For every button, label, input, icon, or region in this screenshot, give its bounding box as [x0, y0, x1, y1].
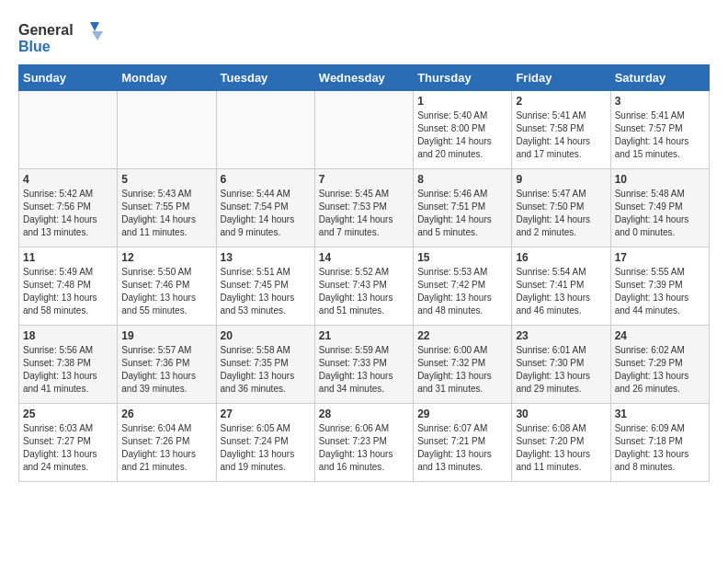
column-header-wednesday: Wednesday [314, 65, 413, 91]
calendar-cell: 18Sunrise: 5:56 AMSunset: 7:38 PMDayligh… [19, 326, 118, 404]
calendar-cell: 1Sunrise: 5:40 AMSunset: 8:00 PMDaylight… [414, 91, 512, 169]
day-number: 20 [221, 329, 311, 342]
day-number: 1 [417, 95, 507, 108]
column-header-saturday: Saturday [610, 65, 709, 91]
day-number: 7 [319, 173, 409, 186]
day-number: 21 [319, 329, 409, 342]
calendar-cell: 17Sunrise: 5:55 AMSunset: 7:39 PMDayligh… [610, 247, 709, 326]
day-info: Sunrise: 5:47 AMSunset: 7:50 PMDaylight:… [516, 188, 606, 239]
column-header-thursday: Thursday [414, 65, 512, 91]
calendar-cell: 29Sunrise: 6:07 AMSunset: 7:21 PMDayligh… [414, 404, 512, 482]
calendar-cell: 7Sunrise: 5:45 AMSunset: 7:53 PMDaylight… [314, 169, 413, 247]
day-number: 28 [319, 408, 409, 420]
day-info: Sunrise: 6:00 AMSunset: 7:32 PMDaylight:… [417, 344, 507, 396]
calendar-week-row: 11Sunrise: 5:49 AMSunset: 7:48 PMDayligh… [19, 247, 710, 326]
day-info: Sunrise: 6:07 AMSunset: 7:21 PMDaylight:… [417, 422, 507, 474]
logo: GeneralBlue [18, 18, 110, 55]
day-number: 14 [319, 251, 409, 264]
calendar-cell: 21Sunrise: 5:59 AMSunset: 7:33 PMDayligh… [314, 326, 413, 404]
svg-text:Blue: Blue [18, 39, 51, 54]
day-number: 29 [417, 408, 507, 420]
day-info: Sunrise: 5:43 AMSunset: 7:55 PMDaylight:… [121, 188, 211, 239]
day-number: 30 [516, 408, 606, 420]
day-info: Sunrise: 5:40 AMSunset: 8:00 PMDaylight:… [417, 109, 507, 161]
calendar-cell: 23Sunrise: 6:01 AMSunset: 7:30 PMDayligh… [512, 326, 610, 404]
calendar-cell: 10Sunrise: 5:48 AMSunset: 7:49 PMDayligh… [610, 169, 709, 247]
day-info: Sunrise: 6:08 AMSunset: 7:20 PMDaylight:… [516, 422, 606, 474]
day-info: Sunrise: 6:02 AMSunset: 7:29 PMDaylight:… [615, 344, 705, 396]
day-info: Sunrise: 6:04 AMSunset: 7:26 PMDaylight:… [121, 422, 211, 474]
day-info: Sunrise: 5:41 AMSunset: 7:58 PMDaylight:… [516, 109, 606, 161]
calendar-body: 1Sunrise: 5:40 AMSunset: 8:00 PMDaylight… [19, 91, 710, 482]
day-info: Sunrise: 6:05 AMSunset: 7:24 PMDaylight:… [221, 422, 311, 474]
calendar-cell: 19Sunrise: 5:57 AMSunset: 7:36 PMDayligh… [118, 326, 216, 404]
calendar-week-row: 18Sunrise: 5:56 AMSunset: 7:38 PMDayligh… [19, 326, 710, 404]
day-number: 27 [221, 408, 311, 420]
day-number: 22 [417, 329, 507, 342]
column-header-monday: Monday [118, 65, 216, 91]
day-info: Sunrise: 5:46 AMSunset: 7:51 PMDaylight:… [417, 188, 507, 239]
day-info: Sunrise: 6:06 AMSunset: 7:23 PMDaylight:… [319, 422, 409, 474]
day-number: 8 [417, 173, 507, 186]
day-info: Sunrise: 5:49 AMSunset: 7:48 PMDaylight:… [23, 266, 113, 317]
day-number: 15 [417, 251, 507, 264]
day-info: Sunrise: 6:01 AMSunset: 7:30 PMDaylight:… [516, 344, 606, 396]
day-info: Sunrise: 5:57 AMSunset: 7:36 PMDaylight:… [121, 344, 211, 396]
day-info: Sunrise: 5:45 AMSunset: 7:53 PMDaylight:… [319, 188, 409, 239]
day-number: 31 [615, 408, 705, 420]
svg-text:General: General [18, 22, 74, 38]
calendar-cell: 4Sunrise: 5:42 AMSunset: 7:56 PMDaylight… [19, 169, 118, 247]
calendar-header-row: SundayMondayTuesdayWednesdayThursdayFrid… [19, 65, 710, 91]
column-header-friday: Friday [512, 65, 610, 91]
day-info: Sunrise: 5:59 AMSunset: 7:33 PMDaylight:… [319, 344, 409, 396]
calendar-week-row: 1Sunrise: 5:40 AMSunset: 8:00 PMDaylight… [19, 91, 710, 169]
svg-marker-3 [92, 31, 103, 40]
page-header: GeneralBlue [18, 18, 710, 55]
day-number: 13 [221, 251, 311, 264]
calendar-cell: 20Sunrise: 5:58 AMSunset: 7:35 PMDayligh… [216, 326, 314, 404]
day-number: 17 [615, 251, 705, 264]
day-info: Sunrise: 5:54 AMSunset: 7:41 PMDaylight:… [516, 266, 606, 317]
day-number: 3 [615, 95, 705, 108]
calendar-cell: 13Sunrise: 5:51 AMSunset: 7:45 PMDayligh… [216, 247, 314, 326]
day-number: 10 [615, 173, 705, 186]
day-number: 19 [121, 329, 211, 342]
calendar-week-row: 25Sunrise: 6:03 AMSunset: 7:27 PMDayligh… [19, 404, 710, 482]
calendar-cell: 12Sunrise: 5:50 AMSunset: 7:46 PMDayligh… [118, 247, 216, 326]
svg-marker-2 [90, 22, 99, 31]
day-info: Sunrise: 5:42 AMSunset: 7:56 PMDaylight:… [23, 188, 113, 239]
day-number: 6 [221, 173, 311, 186]
day-number: 4 [23, 173, 113, 186]
day-number: 2 [516, 95, 606, 108]
calendar-cell [118, 91, 216, 169]
day-number: 24 [615, 329, 705, 342]
day-number: 5 [121, 173, 211, 186]
calendar-cell: 27Sunrise: 6:05 AMSunset: 7:24 PMDayligh… [216, 404, 314, 482]
day-info: Sunrise: 5:55 AMSunset: 7:39 PMDaylight:… [615, 266, 705, 317]
calendar-cell: 31Sunrise: 6:09 AMSunset: 7:18 PMDayligh… [610, 404, 709, 482]
calendar-cell: 24Sunrise: 6:02 AMSunset: 7:29 PMDayligh… [610, 326, 709, 404]
column-header-sunday: Sunday [19, 65, 118, 91]
calendar-cell: 8Sunrise: 5:46 AMSunset: 7:51 PMDaylight… [414, 169, 512, 247]
day-number: 9 [516, 173, 606, 186]
day-number: 25 [23, 408, 113, 420]
column-header-tuesday: Tuesday [216, 65, 314, 91]
generalblue-logo-icon: GeneralBlue [18, 18, 110, 55]
day-info: Sunrise: 5:58 AMSunset: 7:35 PMDaylight:… [221, 344, 311, 396]
day-info: Sunrise: 5:53 AMSunset: 7:42 PMDaylight:… [417, 266, 507, 317]
calendar-cell: 11Sunrise: 5:49 AMSunset: 7:48 PMDayligh… [19, 247, 118, 326]
calendar-cell: 2Sunrise: 5:41 AMSunset: 7:58 PMDaylight… [512, 91, 610, 169]
day-info: Sunrise: 6:03 AMSunset: 7:27 PMDaylight:… [23, 422, 113, 474]
day-info: Sunrise: 5:51 AMSunset: 7:45 PMDaylight:… [221, 266, 311, 317]
calendar-cell [314, 91, 413, 169]
calendar-cell: 3Sunrise: 5:41 AMSunset: 7:57 PMDaylight… [610, 91, 709, 169]
calendar-cell: 14Sunrise: 5:52 AMSunset: 7:43 PMDayligh… [314, 247, 413, 326]
day-info: Sunrise: 6:09 AMSunset: 7:18 PMDaylight:… [615, 422, 705, 474]
calendar-cell: 30Sunrise: 6:08 AMSunset: 7:20 PMDayligh… [512, 404, 610, 482]
calendar-cell: 22Sunrise: 6:00 AMSunset: 7:32 PMDayligh… [414, 326, 512, 404]
day-info: Sunrise: 5:50 AMSunset: 7:46 PMDaylight:… [121, 266, 211, 317]
day-number: 11 [23, 251, 113, 264]
calendar-cell: 9Sunrise: 5:47 AMSunset: 7:50 PMDaylight… [512, 169, 610, 247]
calendar-cell: 6Sunrise: 5:44 AMSunset: 7:54 PMDaylight… [216, 169, 314, 247]
calendar-cell [19, 91, 118, 169]
